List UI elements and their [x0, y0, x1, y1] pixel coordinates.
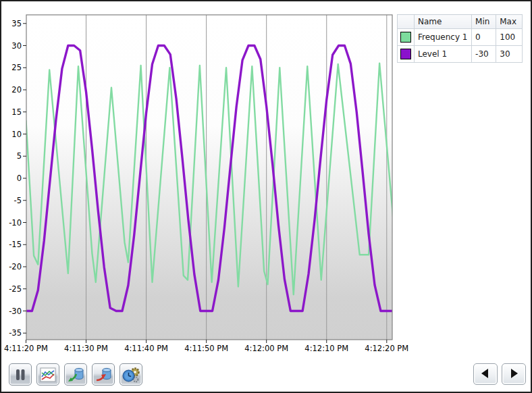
y-tick-label: 0: [17, 174, 22, 183]
y-tick-label: 25: [11, 63, 22, 72]
legend-series-min: -30: [472, 46, 496, 63]
scroll-left-button[interactable]: [473, 363, 498, 385]
y-tick-label: -25: [9, 284, 22, 294]
y-tick-label: 15: [11, 107, 22, 117]
x-tick-label: 4:11:40 PM: [124, 344, 168, 353]
arrow-left-icon: [476, 365, 495, 382]
x-tick-label: 4:12:20 PM: [365, 344, 408, 353]
clock-gear-icon: [121, 365, 141, 384]
y-tick-label: -5: [14, 196, 22, 205]
x-tick-label: 4:12:00 PM: [244, 344, 288, 353]
chart-options-button[interactable]: [36, 363, 59, 386]
y-tick-label: 10: [11, 130, 22, 139]
y-tick-label: 30: [11, 41, 22, 51]
database-green-arrow-icon: [66, 366, 85, 384]
y-tick-label: -15: [9, 240, 22, 249]
y-tick-label: 20: [11, 85, 22, 95]
trend-chart-icon: [38, 367, 57, 383]
scroll-right-button[interactable]: [502, 363, 526, 385]
y-tick-label: 35: [11, 19, 22, 28]
legend-header-min: Min: [472, 15, 496, 29]
y-tick-label: -30: [9, 307, 22, 316]
legend-series-min: 0: [472, 29, 496, 46]
legend-header-row: Name Min Max: [398, 15, 523, 29]
series-color-swatch: [400, 32, 411, 43]
x-tick-label: 4:11:20 PM: [4, 344, 48, 353]
legend-series-name: Level 1: [415, 46, 472, 63]
legend-row-level-1[interactable]: Level 1-3030: [398, 46, 523, 63]
database-red-arrow-icon: [94, 366, 113, 384]
x-tick-label: 4:11:30 PM: [64, 344, 108, 353]
legend-header-swatch: [398, 15, 415, 29]
x-tick-label: 4:12:10 PM: [304, 344, 348, 353]
legend-series-max: 30: [496, 46, 523, 63]
x-tick-label: 4:11:50 PM: [184, 344, 228, 353]
trend-viewer-window: 35302520151050-5-10-15-20-25-30-354:11:2…: [0, 0, 532, 393]
legend-header-name: Name: [415, 15, 472, 29]
pause-button[interactable]: [9, 363, 32, 386]
arrow-right-icon: [504, 365, 523, 382]
export-data-button[interactable]: [64, 363, 87, 386]
legend-row-frequency-1[interactable]: Frequency 10100: [398, 29, 523, 46]
y-tick-label: -20: [9, 262, 22, 271]
legend-series-max: 100: [496, 29, 523, 46]
pause-icon: [11, 367, 30, 383]
legend-header-max: Max: [496, 15, 523, 29]
legend-table: Name Min Max Frequency 10100Level 1-3030: [397, 14, 523, 63]
y-tick-label: -10: [9, 218, 22, 228]
y-tick-label: 5: [17, 151, 22, 161]
history-settings-button[interactable]: [119, 363, 142, 386]
import-data-button[interactable]: [92, 363, 115, 386]
legend-series-name: Frequency 1: [415, 29, 472, 46]
series-color-swatch: [400, 49, 411, 59]
y-tick-label: -35: [9, 328, 22, 338]
